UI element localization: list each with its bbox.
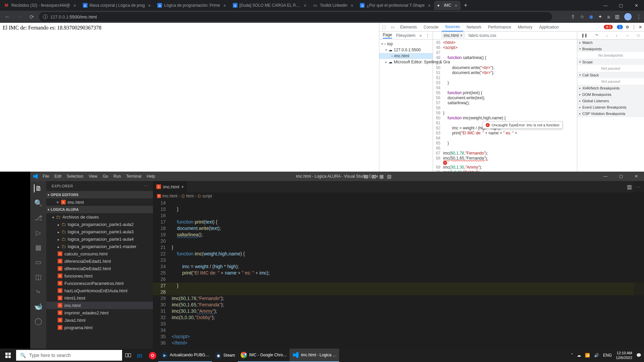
dom-bp-section[interactable]: ▸DOM Breakpoints (577, 92, 644, 98)
folder-item[interactable]: 🗀 logica_progamacion_parte1-aula3 (46, 228, 153, 235)
vscode-minimize-icon[interactable]: — (598, 172, 613, 181)
run-debug-icon[interactable]: ▷ (34, 229, 42, 237)
browser-tab[interactable]: a¿Por qué el profesional T-Shape× (357, 1, 434, 10)
wifi-icon[interactable]: 📶 (585, 353, 590, 358)
close-editor-icon[interactable]: × (56, 200, 59, 205)
breadcrumb-item[interactable]: ⟨⟩ script (198, 194, 212, 198)
csp-bp-section[interactable]: ▸CSP Violation Breakpoints (577, 111, 644, 117)
file-item[interactable]: 5 diferenciaDeEdad2.html (46, 265, 153, 272)
event-bp-section[interactable]: ▸Event Listener Breakpoints (577, 104, 644, 110)
folder-item[interactable]: 🗀 logica_progamacion_parte1-master (46, 243, 153, 250)
minimap[interactable] (634, 181, 644, 354)
browser-tab[interactable]: a[Duda] SOLO ME CARGA EL RES× (229, 1, 310, 10)
callstack-section[interactable]: ▾Call Stack (577, 72, 644, 78)
taskbar-item[interactable] (122, 349, 134, 362)
filesystem-tab[interactable]: Filesystem (396, 33, 415, 38)
tab-close-icon[interactable]: × (455, 3, 458, 8)
device-toggle-icon[interactable]: ▭ (388, 25, 397, 29)
devtools-tab-application[interactable]: Application (536, 23, 562, 32)
taskbar-item[interactable]: ✉ (134, 349, 146, 362)
step-out-icon[interactable]: ↑ (616, 34, 618, 38)
nav-menu-icon[interactable]: ⋮ (426, 33, 430, 38)
step-into-icon[interactable]: ↓ (606, 34, 608, 38)
open-editor-item[interactable]: × 5 imc.html (46, 198, 153, 206)
close-file-icon[interactable]: × (460, 33, 463, 38)
breadcrumb-item[interactable]: 5 imc.html (157, 194, 177, 198)
tab-close-icon[interactable]: × (223, 3, 226, 8)
menu-run[interactable]: Run (111, 174, 123, 179)
step-icon[interactable]: → (626, 34, 629, 38)
file-item[interactable]: 5 funciones.html (46, 272, 153, 280)
extensions-puzzle-icon[interactable]: ✦ (598, 14, 602, 20)
close-icon[interactable]: ✕ (629, 0, 644, 11)
breadcrumb-item[interactable]: ⟨⟩ html (181, 194, 194, 198)
browser-tab[interactable]: aLógica de programación: Prime× (154, 1, 229, 10)
explorer-more-icon[interactable]: ⋯ (144, 184, 148, 188)
page-tab[interactable]: Page (383, 33, 392, 39)
back-button[interactable]: ← (3, 12, 12, 21)
taskbar-item[interactable]: ▶Actualizando PUBG… (158, 349, 212, 362)
new-tab-button[interactable]: + (461, 2, 471, 9)
menu-terminal[interactable]: Terminal (124, 174, 144, 179)
layout-icon[interactable]: ▦ (379, 174, 384, 179)
language-indicator[interactable]: ENG (603, 353, 612, 358)
folder-item[interactable]: 🗀 logica_progamacion_parte1-aula4 (46, 235, 153, 243)
github-icon[interactable]: ◯ (34, 317, 42, 325)
menu-help[interactable]: Help (145, 174, 158, 179)
workspace-header[interactable]: LOGICA ALURA (46, 206, 153, 213)
reload-button[interactable]: ⟳ (27, 12, 36, 21)
split-editor-icon[interactable]: ▥ (627, 184, 632, 190)
start-button[interactable] (0, 349, 16, 362)
breakpoints-section[interactable]: ▾Breakpoints (577, 46, 644, 52)
devtools-source-code[interactable]: 45<html>46<script>4748 function saltarli… (433, 40, 577, 181)
testing-icon[interactable]: ◫ (34, 273, 42, 281)
file-item[interactable]: 5 Java1.html (46, 316, 153, 324)
tab-close-icon[interactable]: × (428, 3, 431, 8)
side-panel-icon[interactable]: ▥ (615, 14, 620, 20)
source-file-tab[interactable]: fabric-icons.css (466, 32, 499, 40)
info-count-badge[interactable]: 1 (617, 25, 623, 29)
file-item[interactable]: 5 diferenciaDeEdad1.html (46, 257, 153, 265)
devtools-tab-elements[interactable]: Elements (397, 23, 420, 32)
taskbar-item[interactable]: IMC - Google Chro… (238, 349, 290, 362)
remote-icon[interactable]: ▭ (34, 258, 42, 266)
scope-section[interactable]: ▾Scope (577, 59, 644, 65)
editor-tab-imc[interactable]: 5 imc.html × (153, 181, 187, 192)
taskbar-item[interactable]: ◉Steam (212, 349, 238, 362)
code-editor[interactable]: 1415 }1617 function print(text) {18 docu… (153, 200, 644, 346)
taskbar-clock[interactable]: 12:10 AM 12/6/2022 (616, 351, 632, 360)
inspect-element-icon[interactable]: ⬚ (379, 25, 388, 29)
vscode-maximize-icon[interactable]: ▢ (613, 172, 629, 181)
folder-item[interactable]: 🗀 Archivos de clases (46, 213, 153, 221)
devtools-menu-icon[interactable]: ⋮ (632, 25, 636, 29)
more-tabs-icon[interactable]: » (419, 33, 422, 38)
file-item[interactable]: 5 imc.html (46, 302, 153, 309)
taskbar-item[interactable]: O (146, 349, 158, 362)
tab-close-icon[interactable]: × (304, 3, 307, 8)
explorer-icon[interactable]: 🗎 (34, 184, 42, 192)
tree-extension[interactable]: ▸☁ Microsoft Editor: Spelling & Gra (379, 59, 433, 65)
close-tab-icon[interactable]: × (181, 184, 184, 189)
liveshare-icon[interactable]: ⤷ (34, 288, 42, 296)
devtools-tab-performance[interactable]: Performance (485, 23, 515, 32)
browser-tab[interactable]: ▭Toolkit Linkedin× (310, 1, 357, 10)
menu-edit[interactable]: Edit (52, 174, 64, 179)
breadcrumb[interactable]: 5 imc.html›⟨⟩ html›⟨⟩ script (153, 192, 644, 200)
notifications-icon[interactable]: 💬 (636, 353, 641, 358)
browser-tab[interactable]: aMasa corporal | Lógica de prog× (79, 1, 154, 10)
taskbar-item[interactable]: imc.html - Logica … (289, 349, 339, 362)
search-icon[interactable]: 🔍 (34, 199, 42, 207)
tree-host[interactable]: ▾☁ 127.0.0.1:5500 (379, 47, 433, 53)
tab-close-icon[interactable]: × (351, 3, 354, 8)
global-listeners-section[interactable]: ▸Global Listeners (577, 98, 644, 104)
source-file-tab[interactable]: imc.html × (441, 32, 465, 40)
extensions-icon[interactable]: ▦ (34, 243, 42, 251)
deactivate-bp-icon[interactable]: ⬭ (637, 33, 640, 38)
file-item[interactable]: 5 hazLoQueHicimosEnElAula.html (46, 287, 153, 294)
volume-icon[interactable]: 🔊 (594, 353, 599, 358)
extension-icon[interactable]: ◉ (589, 14, 593, 20)
menu-selection[interactable]: Selection (64, 174, 86, 179)
tab-close-icon[interactable]: × (148, 3, 151, 8)
xhr-bp-section[interactable]: ▸XHR/fetch Breakpoints (577, 85, 644, 91)
devtools-tab-memory[interactable]: Memory (515, 23, 536, 32)
